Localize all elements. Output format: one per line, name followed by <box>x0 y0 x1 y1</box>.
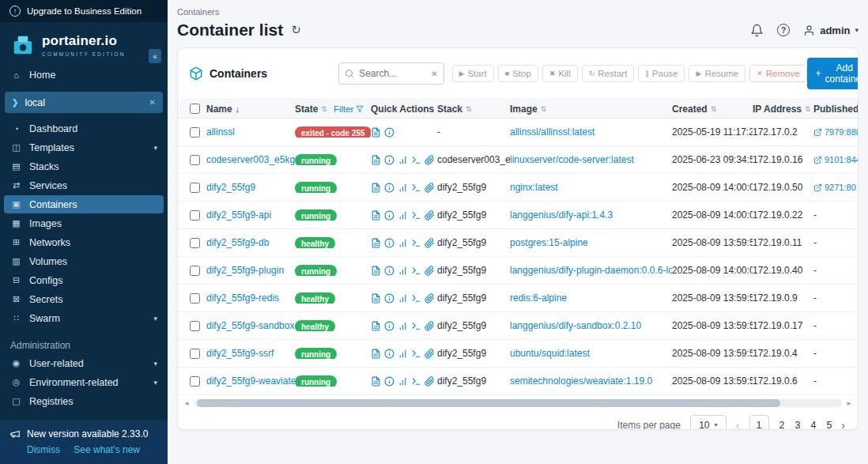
stats-icon[interactable] <box>398 155 408 165</box>
container-name-link[interactable]: dify2_55fg9-ssrf <box>206 348 274 359</box>
image-link[interactable]: langgenius/dify-plugin-daemon:0.0.6-loca… <box>510 265 672 276</box>
start-button[interactable]: ▶Start <box>452 65 494 82</box>
column-header-stack[interactable]: Stack ⇅ <box>437 104 510 115</box>
published-port-link[interactable]: 7979:8888 <box>813 127 858 137</box>
inspect-icon[interactable] <box>384 183 394 193</box>
stats-icon[interactable] <box>398 183 408 193</box>
column-header-image[interactable]: Image ⇅ <box>510 104 672 115</box>
console-icon[interactable] <box>411 349 421 359</box>
logs-icon[interactable] <box>371 183 381 193</box>
sidebar-item-home[interactable]: ⌂ Home <box>4 66 164 84</box>
attach-icon[interactable] <box>425 210 435 221</box>
row-checkbox[interactable] <box>190 321 200 331</box>
inspect-icon[interactable] <box>384 321 394 331</box>
inspect-icon[interactable] <box>384 266 394 276</box>
attach-icon[interactable] <box>425 349 435 359</box>
console-icon[interactable] <box>411 266 421 276</box>
column-header-ip-address[interactable]: IP Address ⇅ <box>753 104 813 115</box>
kill-button[interactable]: ✖Kill <box>542 65 578 82</box>
row-checkbox[interactable] <box>190 127 200 138</box>
sidebar-item-dashboard[interactable]: ◔Dashboard <box>4 119 164 138</box>
prev-page-button[interactable]: ‹ <box>736 419 740 431</box>
image-link[interactable]: linuxserver/code-server:latest <box>510 154 634 165</box>
container-name-link[interactable]: codeserver003_e5kgy <box>206 154 295 165</box>
sidebar-item-configs[interactable]: ⊟Configs <box>4 271 164 289</box>
row-checkbox[interactable] <box>190 349 200 359</box>
close-icon[interactable]: ✕ <box>149 98 156 107</box>
filter-button[interactable]: Filter <box>334 104 364 114</box>
container-name-link[interactable]: dify2_55fg9-redis <box>206 292 279 304</box>
stats-icon[interactable] <box>398 266 408 276</box>
logs-icon[interactable] <box>371 266 381 276</box>
sidebar-item-stacks[interactable]: ▤Stacks <box>4 157 164 175</box>
image-link[interactable]: ubuntu/squid:latest <box>510 348 590 359</box>
inspect-icon[interactable] <box>384 376 394 387</box>
image-link[interactable]: redis:6-alpine <box>510 292 567 304</box>
image-link[interactable]: langgenius/dify-api:1.4.3 <box>510 209 613 221</box>
sidebar-item-environment-related[interactable]: ◎Environment-related▾ <box>4 373 164 391</box>
sidebar-item-templates[interactable]: ◫Templates▾ <box>4 138 164 157</box>
stats-icon[interactable] <box>398 293 408 304</box>
inspect-icon[interactable] <box>384 293 394 304</box>
sidebar-item-volumes[interactable]: ▥Volumes <box>4 252 164 270</box>
next-page-button[interactable]: › <box>841 419 845 431</box>
column-header-published-ports[interactable]: Published Ports ⇅ <box>813 104 858 115</box>
container-name-link[interactable]: dify2_55fg9-api <box>206 209 271 221</box>
column-header-created[interactable]: Created ⇅ <box>672 104 753 115</box>
sidebar-item-containers[interactable]: ▣Containers <box>4 195 164 213</box>
container-name-link[interactable]: dify2_55fg9-weaviate <box>206 375 295 387</box>
logs-icon[interactable] <box>371 155 381 165</box>
column-header-name[interactable]: Name ↓ <box>206 104 295 115</box>
logs-icon[interactable] <box>371 321 381 331</box>
stats-icon[interactable] <box>398 321 408 331</box>
whats-new-link[interactable]: See what's new <box>74 444 140 455</box>
search-input[interactable] <box>359 68 426 79</box>
attach-icon[interactable] <box>425 238 435 248</box>
container-name-link[interactable]: dify2_55fg9-db <box>206 237 269 248</box>
row-checkbox[interactable] <box>190 155 200 165</box>
dismiss-link[interactable]: Dismiss <box>27 444 60 455</box>
attach-icon[interactable] <box>425 293 435 304</box>
help-icon[interactable]: ? <box>777 24 790 36</box>
stats-icon[interactable] <box>398 349 408 359</box>
attach-icon[interactable] <box>425 266 435 276</box>
logs-icon[interactable] <box>371 210 381 221</box>
add-container-button[interactable]: + Add container <box>807 58 859 89</box>
row-checkbox[interactable] <box>190 183 200 193</box>
console-icon[interactable] <box>411 293 421 304</box>
remove-button[interactable]: ✕Remove <box>749 65 806 82</box>
row-checkbox[interactable] <box>190 266 200 276</box>
image-link[interactable]: nginx:latest <box>510 182 558 193</box>
page-button-3[interactable]: 3 <box>794 420 800 431</box>
attach-icon[interactable] <box>425 183 435 193</box>
sidebar-item-networks[interactable]: ⊞Networks <box>4 233 164 251</box>
page-button-4[interactable]: 4 <box>810 420 816 431</box>
attach-icon[interactable] <box>425 321 435 331</box>
console-icon[interactable] <box>411 238 421 248</box>
inspect-icon[interactable] <box>384 210 394 221</box>
logs-icon[interactable] <box>371 238 381 248</box>
sidebar-item-images[interactable]: ▦Images <box>4 214 164 232</box>
scrollbar-track[interactable] <box>194 399 842 407</box>
row-checkbox[interactable] <box>190 238 200 248</box>
sidebar-item-swarm[interactable]: ∷Swarm▾ <box>4 309 164 327</box>
published-port-link[interactable]: 9271:80 <box>813 183 858 192</box>
page-button-1[interactable]: 1 <box>749 415 769 430</box>
logs-icon[interactable] <box>371 293 381 304</box>
column-header-state[interactable]: State ⇅ Filter <box>295 104 371 115</box>
image-link[interactable]: allinssl/allinssl:latest <box>510 126 594 138</box>
bell-icon[interactable] <box>750 24 764 37</box>
stop-button[interactable]: ■Stop <box>498 65 538 82</box>
image-link[interactable]: langgenius/dify-sandbox:0.2.10 <box>510 320 641 331</box>
environment-selector-local[interactable]: ❯ local ✕ <box>5 92 163 113</box>
breadcrumb[interactable]: Containers <box>177 7 859 17</box>
refresh-icon[interactable]: ↻ <box>291 23 301 37</box>
page-button-2[interactable]: 2 <box>779 420 785 431</box>
stats-icon[interactable] <box>398 376 408 387</box>
logs-icon[interactable] <box>371 127 381 138</box>
page-button-5[interactable]: 5 <box>826 420 832 431</box>
select-all-checkbox[interactable] <box>190 104 200 114</box>
stats-icon[interactable] <box>398 210 408 221</box>
inspect-icon[interactable] <box>384 155 394 165</box>
inspect-icon[interactable] <box>384 238 394 248</box>
